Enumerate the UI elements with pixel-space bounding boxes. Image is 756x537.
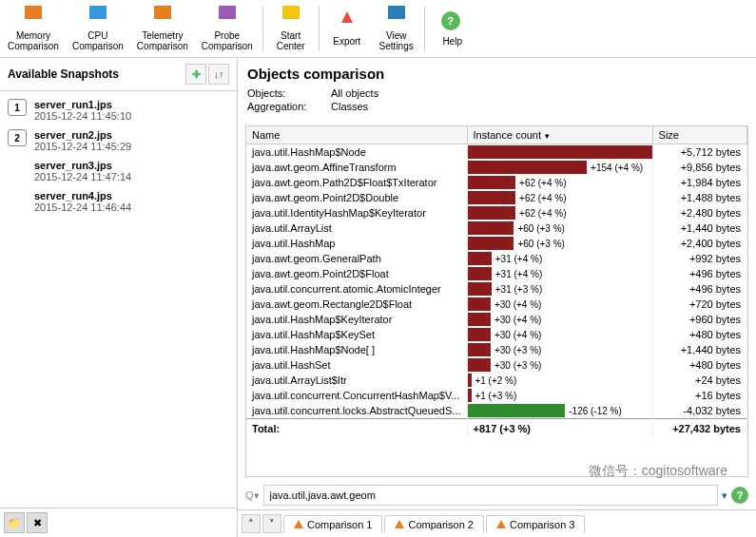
table-row[interactable]: java.util.HashMap$KeySet +30 (+4 %) +480… <box>246 327 747 342</box>
snapshot-name: server_run1.jps <box>34 99 131 110</box>
toolbar-start[interactable]: Start Center <box>267 2 315 55</box>
delete-button[interactable]: ✖ <box>27 512 48 533</box>
snapshot-number: 1 <box>8 99 27 116</box>
row-count: +30 (+4 %) <box>491 299 652 310</box>
toolbar-help[interactable]: ?Help <box>429 2 476 55</box>
count-bar <box>468 328 491 341</box>
row-name: java.awt.geom.Path2D$Float$TxIterator <box>246 175 467 190</box>
toolbar-view[interactable]: View Settings <box>373 2 420 55</box>
count-bar <box>468 145 652 159</box>
add-snapshot-button[interactable]: ✚ <box>185 64 206 85</box>
row-count: +30 (+4 %) <box>491 315 652 325</box>
count-bar <box>468 176 516 189</box>
row-name: java.util.concurrent.locks.AbstractQueue… <box>246 403 467 419</box>
row-count: +60 (+3 %) <box>514 223 651 234</box>
comparison-tab[interactable]: Comparison 2 <box>384 515 483 533</box>
dropdown-icon[interactable]: ▾ <box>722 489 727 502</box>
row-name: java.util.HashSet <box>246 357 467 373</box>
row-name: java.util.ArrayList <box>246 221 467 236</box>
table-row[interactable]: java.util.concurrent.atomic.AtomicIntege… <box>246 281 747 297</box>
table-row[interactable]: java.awt.geom.AffineTransform +154 (+4 %… <box>246 160 747 175</box>
meta-label: Objects: <box>247 87 323 99</box>
snapshot-item[interactable]: server_run3.jps 2015-12-24 11:47:14 <box>4 156 233 186</box>
row-name: java.util.HashMap$Node[ ] <box>246 342 467 357</box>
table-row[interactable]: java.util.ArrayList$Itr +1 (+2 %) +24 by… <box>246 373 747 388</box>
count-bar <box>468 343 491 356</box>
count-bar <box>468 282 492 296</box>
row-size: +2,400 bytes <box>652 236 746 251</box>
count-bar <box>468 267 492 280</box>
tab-icon <box>395 520 404 528</box>
search-prefix: Q▾ <box>245 489 260 502</box>
snapshot-number: 2 <box>8 129 27 146</box>
table-row[interactable]: java.util.IdentityHashMap$KeyIterator +6… <box>246 205 747 221</box>
count-bar <box>468 358 491 372</box>
tab-label: Comparison 3 <box>510 519 574 530</box>
row-count: +154 (+4 %) <box>587 163 652 173</box>
table-row[interactable]: java.awt.geom.GeneralPath +31 (+4 %) +99… <box>246 251 747 266</box>
comparison-table[interactable]: Name Instance count Size java.util.HashM… <box>245 125 748 477</box>
comparison-tab[interactable]: Comparison 3 <box>486 515 585 533</box>
row-size: +720 bytes <box>652 297 746 312</box>
row-count: +31 (+4 %) <box>492 254 652 264</box>
table-row[interactable]: java.util.HashMap +60 (+3 %) +2,400 byte… <box>246 236 747 251</box>
sort-button[interactable]: ↓↑ <box>208 64 229 85</box>
row-name: java.util.concurrent.ConcurrentHashMap$V… <box>246 388 467 403</box>
count-bar <box>468 252 492 265</box>
cpu-icon <box>87 6 109 29</box>
row-name: java.util.HashMap$Node <box>246 144 467 161</box>
row-count: +30 (+3 %) <box>491 360 652 371</box>
snapshot-item[interactable]: 2 server_run2.jps 2015-12-24 11:45:29 <box>4 125 233 156</box>
help-icon[interactable]: ? <box>731 487 748 504</box>
sidebar-title: Available Snapshots <box>8 67 119 81</box>
toolbar-probe[interactable]: Probe Comparison <box>196 2 259 55</box>
row-name: java.awt.geom.Point2D$Float <box>246 266 467 281</box>
toolbar-cpu[interactable]: CPU Comparison <box>67 2 129 55</box>
snapshot-item[interactable]: server_run4.jps 2015-12-24 11:46:44 <box>4 186 233 217</box>
col-count[interactable]: Instance count <box>467 126 652 144</box>
toolbar-export[interactable]: Export <box>323 2 371 55</box>
table-row[interactable]: java.util.concurrent.ConcurrentHashMap$V… <box>246 388 747 403</box>
total-count: +817 (+3 %) <box>467 419 652 439</box>
row-size: +1,440 bytes <box>652 342 746 357</box>
start-icon <box>280 6 302 29</box>
row-size: +992 bytes <box>652 251 746 266</box>
table-row[interactable]: java.awt.geom.Point2D$Double +62 (+4 %) … <box>246 190 747 205</box>
row-name: java.awt.geom.Point2D$Double <box>246 190 467 205</box>
table-row[interactable]: java.util.HashSet +30 (+3 %) +480 bytes <box>246 357 747 373</box>
table-row[interactable]: java.awt.geom.Point2D$Float +31 (+4 %) +… <box>246 266 747 281</box>
search-input[interactable] <box>263 485 718 506</box>
row-size: +960 bytes <box>652 312 746 327</box>
table-row[interactable]: java.util.HashMap$Node[ ] +30 (+3 %) +1,… <box>246 342 747 357</box>
comparison-tab[interactable]: Comparison 1 <box>283 515 382 533</box>
col-size[interactable]: Size <box>652 126 746 144</box>
count-bar <box>468 237 514 250</box>
table-row[interactable]: java.awt.geom.Rectangle2D$Float +30 (+4 … <box>246 297 747 312</box>
row-size: +16 bytes <box>652 388 746 403</box>
row-count: +60 (+3 %) <box>514 239 651 249</box>
row-name: java.util.HashMap$KeySet <box>246 327 467 342</box>
table-row[interactable]: java.awt.geom.Path2D$Float$TxIterator +6… <box>246 175 747 190</box>
count-bar <box>468 161 588 174</box>
row-name: java.util.ArrayList$Itr <box>246 373 467 388</box>
toolbar-mem[interactable]: Memory Comparison <box>2 2 65 55</box>
snapshot-item[interactable]: 1 server_run1.jps 2015-12-24 11:45:10 <box>4 95 233 125</box>
row-size: +2,480 bytes <box>652 205 746 221</box>
snapshot-date: 2015-12-24 11:45:29 <box>34 141 131 152</box>
snapshot-name: server_run4.jps <box>34 190 131 201</box>
tab-prev-button[interactable]: ˄ <box>242 514 261 533</box>
count-bar <box>468 404 566 417</box>
toolbar-tel[interactable]: Telemetry Comparison <box>131 2 194 55</box>
table-row[interactable]: java.util.HashMap$KeyIterator +30 (+4 %)… <box>246 312 747 327</box>
table-row[interactable]: java.util.ArrayList +60 (+3 %) +1,440 by… <box>246 221 747 236</box>
row-count: +1 (+3 %) <box>471 391 651 401</box>
meta-label: Aggregation: <box>247 101 323 112</box>
folder-button[interactable]: 📁 <box>4 512 25 533</box>
table-row[interactable]: java.util.concurrent.locks.AbstractQueue… <box>246 403 747 419</box>
row-count: +62 (+4 %) <box>515 193 652 203</box>
table-row[interactable]: java.util.HashMap$Node +238 (+3 %) +5,71… <box>246 144 747 161</box>
snapshot-list: 1 server_run1.jps 2015-12-24 11:45:102 s… <box>0 91 237 508</box>
col-name[interactable]: Name <box>246 126 467 144</box>
view-icon <box>385 6 408 29</box>
tab-next-button[interactable]: ˅ <box>262 514 281 533</box>
